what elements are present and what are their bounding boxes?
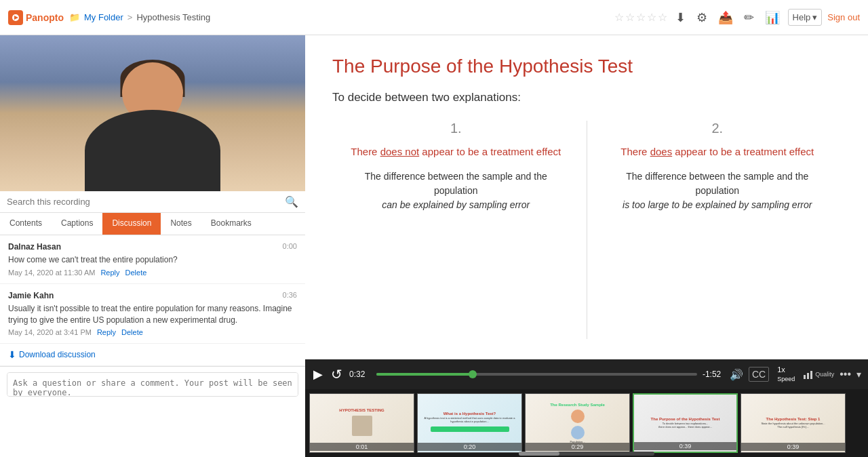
slide-view: The Purpose of the Hypothesis Test To de… [305,35,868,359]
download-icon[interactable]: ⬇ [673,7,688,28]
filmstrip: HYPOTHESIS TESTING 0:01 What is a Hypoth… [305,389,868,457]
quality-button[interactable]: Quality [803,370,834,379]
star-5[interactable]: ☆ [658,11,667,24]
panopto-logo: Panopto [8,10,64,25]
filmstrip-thumb-4[interactable]: The Purpose of the Hypothesis Test To de… [633,393,738,453]
comment-author: Dalnaz Hasan [8,242,61,252]
rewind-button[interactable]: ↺ [330,365,344,384]
search-input[interactable] [7,197,281,207]
settings-icon[interactable]: ⚙ [694,7,710,28]
filmstrip-thumb-1[interactable]: HYPOTHESIS TESTING 0:01 [309,393,414,453]
progress-bar[interactable] [376,373,697,376]
tab-discussion[interactable]: Discussion [102,213,161,235]
right-panel: The Purpose of the Hypothesis Test To de… [305,35,868,457]
comment-reply-link[interactable]: Reply [100,269,119,277]
filmstrip-thumb-title-4: The Purpose of the Hypothesis Test [651,417,720,421]
progress-fill [376,373,473,376]
filmstrip-scrollbar[interactable] [519,452,654,456]
comment-input[interactable] [7,372,298,397]
slide-col-2: 2. There does appear to be a treatment e… [594,121,842,339]
header-left: Panopto 📁 My Folder > Hypothesis Testing [8,10,210,25]
star-rating: ☆ ☆ ☆ ☆ ☆ [614,11,667,24]
col-divider [587,121,587,339]
breadcrumb-page: Hypothesis Testing [136,12,210,22]
star-2[interactable]: ☆ [625,11,635,24]
remaining-time: -1:52 [703,370,724,379]
filmstrip-thumb-text-4: To decide between two explanations...the… [658,422,712,429]
play-button[interactable]: ▶ [312,365,324,383]
breadcrumb-folder[interactable]: My Folder [84,12,123,22]
presenter-video [0,35,305,191]
filmstrip-thumb-5[interactable]: The Hypothesis Test: Step 1 State the hy… [741,393,846,453]
slide-columns: 1. There does not appear to be a treatme… [332,121,841,339]
folder-icon: 📁 [69,12,80,22]
download-label: Download discussion [19,350,96,359]
logo-icon [8,10,23,25]
comment-header: Dalnaz Hasan 0:00 [8,242,297,252]
comment-delete-link[interactable]: Delete [125,269,147,277]
tab-notes[interactable]: Notes [161,213,201,235]
filmstrip-thumb-3[interactable]: The Research Study Sample Population... … [525,393,630,453]
col2-title: There does appear to be a treatment effe… [620,144,814,159]
quality-bars-icon [803,370,814,379]
volume-icon[interactable]: 🔊 [730,368,743,381]
col1-body: The difference between the sample and th… [346,170,566,212]
svg-rect-3 [807,373,809,379]
comment-delete-link[interactable]: Delete [121,328,143,336]
analytics-icon[interactable]: 📊 [762,7,783,28]
star-4[interactable]: ☆ [647,11,656,24]
slide-subtitle: To decide between two explanations: [332,91,841,104]
help-button[interactable]: Help ▾ [788,9,823,26]
comment-input-area [0,366,305,405]
filmstrip-thumb-text-2: A hypothesis test is a statistical metho… [420,417,519,424]
logo-text: Panopto [26,12,64,23]
edit-icon[interactable]: ✏ [741,7,757,28]
cc-icon[interactable]: CC [749,367,769,382]
help-chevron-icon: ▾ [812,12,817,22]
thumb-circle-3b [571,426,585,439]
share-icon[interactable]: 📤 [715,7,736,28]
comment-header: Jamie Kahn 0:36 [8,291,297,300]
comment-text: Usually it isn't possible to treat the e… [8,303,297,326]
svg-rect-4 [810,371,812,379]
filmstrip-thumb-text-5: State the hypothesis about the unknown p… [761,422,825,429]
breadcrumb: 📁 My Folder > Hypothesis Testing [69,12,210,22]
search-icon[interactable]: 🔍 [285,195,298,208]
video-area [0,35,305,191]
download-discussion-icon: ⬇ [8,349,16,360]
star-1[interactable]: ☆ [614,11,624,24]
svg-rect-2 [804,375,806,379]
filmstrip-thumb-label-1: 0:01 [310,443,414,451]
comment-reply-link[interactable]: Reply [97,328,116,336]
help-label: Help [793,12,811,22]
thumb-bar-2 [431,426,509,432]
filmstrip-thumb-label-5: 0:39 [741,443,845,451]
comment-item: Dalnaz Hasan 0:00 How come we can't trea… [0,235,305,284]
progress-thumb [469,370,477,378]
comment-date: May 14, 2020 at 3:41 PM [8,328,92,336]
playback-controls: ▶ ↺ 0:32 -1:52 🔊 CC 1xSpeed Quality ••• … [305,359,868,389]
header-right: ☆ ☆ ☆ ☆ ☆ ⬇ ⚙ 📤 ✏ 📊 Help ▾ Sign out [614,7,860,28]
more-options-button[interactable]: ••• [840,368,851,380]
expand-button[interactable]: ▾ [856,369,861,380]
filmstrip-thumb-2[interactable]: What is a Hypothesis Test? A hypothesis … [417,393,522,453]
current-time: 0:32 [349,370,371,379]
filmstrip-scroll-thumb[interactable] [519,452,559,456]
slide-col-1: 1. There does not appear to be a treatme… [332,121,580,339]
comment-time-badge: 0:00 [283,242,297,250]
tab-captions[interactable]: Captions [52,213,102,235]
col1-title: There does not appear to be a treatment … [351,144,561,159]
sign-out-link[interactable]: Sign out [827,12,860,22]
tabs: Contents Captions Discussion Notes Bookm… [0,213,305,235]
filmstrip-thumb-label-2: 0:20 [418,443,521,451]
tab-contents[interactable]: Contents [0,213,52,235]
filmstrip-thumb-title-5: The Hypothesis Test: Step 1 [766,417,821,421]
filmstrip-thumb-label-3: 0:29 [526,443,629,451]
slide-title: The Purpose of the Hypothesis Test [332,56,841,77]
speed-button[interactable]: 1xSpeed [774,364,797,384]
tab-bookmarks[interactable]: Bookmarks [201,213,261,235]
star-3[interactable]: ☆ [636,11,646,24]
download-discussion-button[interactable]: ⬇ Download discussion [0,344,305,366]
main-layout: 🔍 Contents Captions Discussion Notes Boo… [0,35,868,457]
thumb-book-icon [352,416,372,436]
